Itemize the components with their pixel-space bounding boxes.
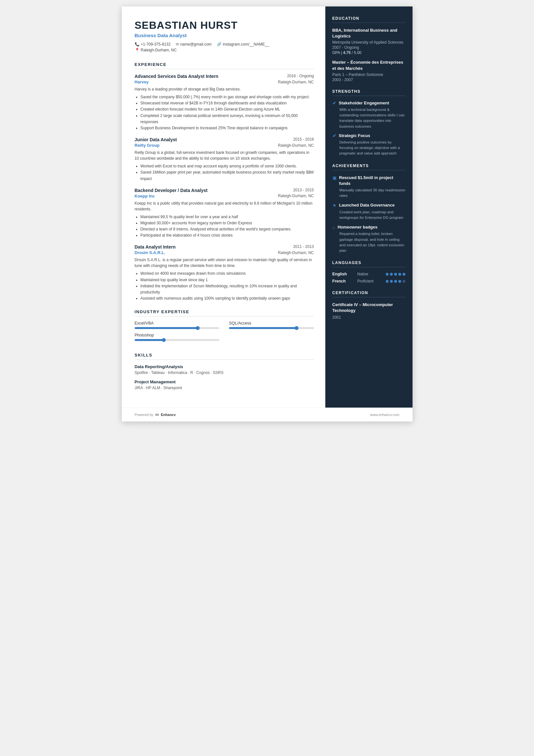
exp-header: Data Analyst Intern 2011 - 2013 bbox=[135, 244, 314, 250]
bullet-item: Support Business Development to Increase… bbox=[140, 125, 314, 131]
achievement-title: Launched Data Governance bbox=[339, 202, 395, 208]
instagram-icon: 🔗 bbox=[217, 42, 222, 46]
bullet-item: Worked with Excel to track and map accou… bbox=[140, 163, 314, 169]
achievement-header: ▣ Rescued $1.5mill in project funds bbox=[332, 175, 405, 186]
expertise-label: Excel/VBA bbox=[135, 321, 220, 325]
education-entry-1: Master – Économie des Entreprises et des… bbox=[332, 60, 405, 82]
exp-company-row: Koepp Inc Raleigh-Durham, NC bbox=[135, 194, 314, 199]
skill-category-title: Project Management bbox=[135, 379, 314, 384]
exp-company-row: Reilly Group Raleigh-Durham, NC bbox=[135, 143, 314, 148]
exp-title: Junior Data Analyst bbox=[135, 137, 177, 142]
instagram-handle: instagram.com/__NAME__ bbox=[223, 42, 269, 46]
expertise-list: Excel/VBA SQL/Access Photoshop bbox=[135, 321, 314, 345]
exp-title: Advanced Services Data Analyst Intern bbox=[135, 74, 218, 79]
phone-number: +1-709-375-8132 bbox=[141, 42, 170, 46]
experience-list: Advanced Services Data Analyst Intern 20… bbox=[135, 74, 314, 302]
exp-bullets: Maintained 99,5 % quality level for over… bbox=[135, 214, 314, 239]
email-icon: ✉ bbox=[176, 42, 179, 46]
bullet-item: Directed a team of 8 interns. Analyzed e… bbox=[140, 226, 314, 232]
expertise-track bbox=[135, 327, 220, 329]
edu-degree: BBA, International Business and Logistic… bbox=[332, 27, 405, 39]
footer-logo: Powered by ∞ Enhancv bbox=[135, 412, 176, 418]
instagram-contact: 🔗 instagram.com/__NAME__ bbox=[217, 42, 269, 46]
exp-title: Data Analyst Intern bbox=[135, 244, 176, 250]
strengths-list: ✔ Stakeholder Engagement With a technica… bbox=[332, 100, 405, 156]
lang-dot bbox=[394, 273, 397, 276]
lang-dots bbox=[386, 280, 405, 283]
bullet-item: Worked on 4000 text messages drawn from … bbox=[140, 271, 314, 277]
achievement-desc: Repaired a leaking toilet, broken garbag… bbox=[332, 231, 405, 254]
expertise-label: SQL/Access bbox=[229, 321, 314, 325]
exp-company-row: Drouin S.A.R.L. Raleigh-Durham, NC bbox=[135, 250, 314, 255]
languages-list: English Native French Proficient bbox=[332, 272, 405, 284]
exp-company: Koepp Inc bbox=[135, 194, 155, 199]
achievement-item-2: ⌂ Homeowner badges Repaired a leaking to… bbox=[332, 224, 405, 254]
exp-bullets: Worked on 4000 text messages drawn from … bbox=[135, 271, 314, 302]
strength-item-1: ✔ Strategic Focus Delivering positive ou… bbox=[332, 133, 405, 156]
achievement-desc: Manually calculated 30 day readmission r… bbox=[332, 187, 405, 199]
languages-section-title: LANGUAGES bbox=[332, 260, 405, 267]
expertise-section-title: INDUSTRY EXPERTISE bbox=[135, 309, 314, 316]
cert-title: Certificate IV – Microcomputer Technolog… bbox=[332, 302, 405, 313]
edu-gpa: GPA | 4.75 / 5.00 bbox=[332, 50, 405, 55]
edu-school: Metropolia University of Applied Science… bbox=[332, 40, 405, 44]
left-column: SEBASTIAN HURST Business Data Analyst 📞 … bbox=[122, 7, 325, 408]
right-column: EDUCATION BBA, International Business an… bbox=[325, 7, 413, 408]
brand-name: Enhancv bbox=[161, 413, 176, 417]
exp-location: Raleigh-Durham, NC bbox=[278, 80, 314, 84]
skill-category-0: Data Reporting/Analysis Spotfire · Table… bbox=[135, 364, 314, 375]
exp-desc: Drouin S.A.R.L. is a regular parcel serv… bbox=[135, 257, 314, 269]
edu-school: Paris 1 – Panthéon Sorbonne bbox=[332, 72, 405, 77]
exp-date: 2013 - 2015 bbox=[293, 188, 314, 192]
lang-dot bbox=[398, 273, 401, 276]
bullet-item: Migrated 30,000+ accounts from legacy sy… bbox=[140, 220, 314, 226]
exp-bullets: Worked with Excel to track and map accou… bbox=[135, 163, 314, 182]
exp-bullets: Saved the company $50,000 (.7%) every mo… bbox=[135, 94, 314, 131]
exp-header: Advanced Services Data Analyst Intern 20… bbox=[135, 74, 314, 79]
edu-year: 2003 - 2007 bbox=[332, 78, 405, 82]
achievement-item-1: ★ Launched Data Governance Created work … bbox=[332, 202, 405, 220]
education-entry-0: BBA, International Business and Logistic… bbox=[332, 27, 405, 55]
monitor-icon: ▣ bbox=[332, 175, 337, 180]
bullet-item: Created election forecast models for use… bbox=[140, 106, 314, 113]
bullet-item: Completed 2 large scale national politic… bbox=[140, 113, 314, 125]
lang-dot bbox=[386, 273, 389, 276]
cert-year: 2001 bbox=[332, 315, 405, 320]
experience-entry-1: Junior Data Analyst 2015 - 2018 Reilly G… bbox=[135, 137, 314, 182]
achievement-header: ★ Launched Data Governance bbox=[332, 202, 405, 208]
achievements-list: ▣ Rescued $1.5mill in project funds Manu… bbox=[332, 175, 405, 254]
strengths-section-title: STRENGTHS bbox=[332, 89, 405, 96]
job-title: Business Data Analyst bbox=[135, 33, 314, 38]
education-section-title: EDUCATION bbox=[332, 16, 405, 23]
lang-dot bbox=[390, 280, 393, 283]
phone-icon: 📞 bbox=[135, 42, 140, 46]
expertise-grid: Excel/VBA SQL/Access Photoshop bbox=[135, 321, 314, 345]
lang-dot bbox=[390, 273, 393, 276]
bullet-item: Saved 1Million paper print per year, aut… bbox=[140, 169, 314, 182]
lang-level: Native bbox=[357, 272, 380, 276]
language-row-0: English Native bbox=[332, 272, 405, 276]
experience-entry-2: Backend Developer / Data Analyst 2013 - … bbox=[135, 188, 314, 239]
expertise-item-1: SQL/Access bbox=[229, 321, 314, 329]
phone-contact: 📞 +1-709-375-8132 bbox=[135, 42, 170, 46]
exp-header: Backend Developer / Data Analyst 2013 - … bbox=[135, 188, 314, 193]
expertise-label: Photoshop bbox=[135, 333, 220, 338]
exp-company: Reilly Group bbox=[135, 143, 160, 148]
contact-row: 📞 +1-709-375-8132 ✉ name@gmail.com 🔗 ins… bbox=[135, 42, 314, 46]
expertise-item-0: Excel/VBA bbox=[135, 321, 220, 329]
skill-category-title: Data Reporting/Analysis bbox=[135, 364, 314, 369]
strength-item-0: ✔ Stakeholder Engagement With a technica… bbox=[332, 100, 405, 129]
exp-company: Drouin S.A.R.L. bbox=[135, 250, 165, 255]
experience-entry-3: Data Analyst Intern 2011 - 2013 Drouin S… bbox=[135, 244, 314, 302]
location-row: 📍 Raleigh-Durham, NC bbox=[135, 48, 314, 52]
bullet-item: Participated at the elaboration of 4 hou… bbox=[140, 232, 314, 238]
location-icon: 📍 bbox=[135, 48, 140, 52]
expertise-item-2: Photoshop bbox=[135, 333, 220, 341]
education-list: BBA, International Business and Logistic… bbox=[332, 27, 405, 82]
expertise-track bbox=[135, 339, 220, 341]
exp-header: Junior Data Analyst 2015 - 2018 bbox=[135, 137, 314, 142]
strength-title: Stakeholder Engagement bbox=[339, 100, 389, 105]
exp-title: Backend Developer / Data Analyst bbox=[135, 188, 208, 193]
exp-location: Raleigh-Durham, NC bbox=[278, 251, 314, 255]
bullet-item: Saved the company $50,000 (.7%) every mo… bbox=[140, 94, 314, 100]
